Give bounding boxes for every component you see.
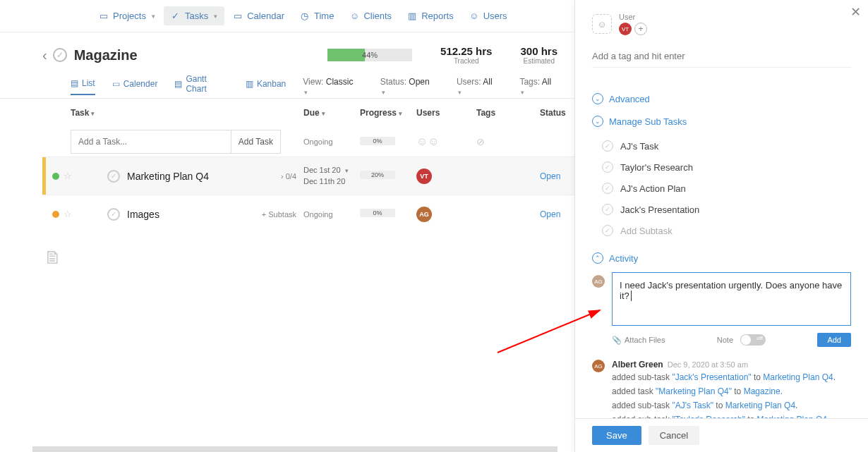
chevron-down-icon: ⌄ xyxy=(592,116,603,127)
clock-icon: ◷ xyxy=(300,11,310,21)
people-icon: ☺ xyxy=(349,11,359,21)
log-user: Albert Green xyxy=(612,360,663,369)
add-subtask-button[interactable]: ✓Add Subtask xyxy=(602,220,851,241)
note-toggle[interactable]: off xyxy=(740,334,766,346)
nav-calendar[interactable]: ▭ Calendar xyxy=(226,6,291,25)
subtasks-toggle[interactable]: ⌄ Manage Sub Tasks xyxy=(592,116,851,127)
users-placeholder-icon[interactable]: ☺☺ xyxy=(416,135,476,148)
filter-status[interactable]: Status: Open ▾ xyxy=(380,77,435,97)
nav-users-label: Users xyxy=(483,11,507,21)
stat-tracked: 512.25 hrs Tracked xyxy=(440,45,492,65)
subtask-count[interactable]: › 0/4 xyxy=(281,172,296,181)
check-icon[interactable]: ✓ xyxy=(602,204,613,215)
col-due[interactable]: Due▾ xyxy=(303,108,360,118)
gantt-icon: ▤ xyxy=(174,79,182,89)
log-line: added sub-task "Jack's Presentation" to … xyxy=(612,371,851,384)
add-comment-button[interactable]: Add xyxy=(817,333,851,347)
log-time: Dec 9, 2020 at 3:50 am xyxy=(668,360,748,369)
filter-tags[interactable]: Tags: All ▾ xyxy=(519,77,557,97)
task-users[interactable]: VT xyxy=(416,169,476,184)
col-tags: Tags xyxy=(476,108,540,118)
list-icon: ▤ xyxy=(71,78,78,88)
task-due[interactable]: Dec 1st 20 ▾ Dec 11th 20 xyxy=(303,165,360,187)
star-toggle[interactable]: ☆ xyxy=(64,209,72,219)
kanban-icon: ▥ xyxy=(246,79,253,89)
complete-toggle[interactable]: ✓ xyxy=(53,48,67,62)
nav-tasks[interactable]: ✓ Tasks ▾ xyxy=(164,6,224,25)
calendar-icon: ▭ xyxy=(112,79,120,89)
comment-controls: 📎Attach Files Note off Add xyxy=(592,333,851,347)
subtab-gantt-label: Gantt Chart xyxy=(186,74,229,94)
log-line: added sub-task "Taylor's Research" to Ma… xyxy=(612,413,851,418)
col-task[interactable]: Task▾ xyxy=(71,108,303,118)
nav-time[interactable]: ◷ Time xyxy=(293,6,341,25)
assignee-row: ☺ User VT + xyxy=(592,13,851,35)
activity-log-entry: AG Albert GreenDec 9, 2020 at 3:50 am ad… xyxy=(592,360,851,418)
nav-reports[interactable]: ▥ Reports xyxy=(400,6,461,25)
nav-time-label: Time xyxy=(314,11,334,21)
overall-progress-label: 44% xyxy=(362,51,378,59)
filter-users[interactable]: Users: All ▾ xyxy=(457,77,498,97)
comment-row: AG I need Jack's presentation urgently. … xyxy=(592,272,851,333)
back-button[interactable]: ‹ xyxy=(42,47,47,63)
star-toggle[interactable]: ☆ xyxy=(64,171,72,181)
user-icon: ☺ xyxy=(592,14,612,34)
attach-files-button[interactable]: 📎Attach Files xyxy=(612,336,665,345)
filter-view[interactable]: View: Classic ▾ xyxy=(303,77,358,97)
tag-placeholder-icon[interactable]: ⊘ xyxy=(476,136,540,147)
avatar: VT xyxy=(619,23,632,35)
nav-projects[interactable]: ▭ Projects ▾ xyxy=(92,6,162,25)
save-button[interactable]: Save xyxy=(592,426,641,445)
caret-down-icon: ▾ xyxy=(152,13,155,20)
subtab-kanban[interactable]: ▥ Kanban xyxy=(246,79,286,94)
close-button[interactable]: ✕ xyxy=(850,4,861,20)
overall-progress-bar: 44% xyxy=(327,49,412,61)
col-progress[interactable]: Progress▾ xyxy=(360,108,416,118)
add-user-button[interactable]: + xyxy=(634,23,647,35)
stat-estimated-label: Estimated xyxy=(520,57,557,65)
check-icon[interactable]: ✓ xyxy=(602,161,613,173)
caret-down-icon: ▾ xyxy=(458,89,462,96)
caret-down-icon: ▾ xyxy=(399,110,402,117)
comment-input[interactable]: I need Jack's presentation urgently. Doe… xyxy=(612,272,851,326)
complete-toggle[interactable]: ✓ xyxy=(107,170,120,183)
cancel-button[interactable]: Cancel xyxy=(649,426,699,445)
add-row-due: Ongoing xyxy=(303,138,360,146)
check-icon[interactable]: ✓ xyxy=(602,183,613,194)
task-due[interactable]: Ongoing xyxy=(303,210,360,219)
task-detail-panel: ✕ ☺ User VT + ⌄ Advanced ⌄ Manage Sub Ta… xyxy=(574,0,868,452)
subtask-item[interactable]: ✓AJ's Task xyxy=(602,135,851,157)
complete-toggle[interactable]: ✓ xyxy=(107,208,120,221)
avatar: AG xyxy=(592,275,605,288)
subtab-calendar[interactable]: ▭ Calender xyxy=(112,79,158,94)
subtask-item[interactable]: ✓Jack's Presentation xyxy=(602,199,851,220)
note-label: Note xyxy=(717,336,733,344)
stat-tracked-label: Tracked xyxy=(440,57,492,65)
nav-clients[interactable]: ☺ Clients xyxy=(342,6,399,25)
task-name: Marketing Plan Q4 xyxy=(127,171,209,182)
advanced-toggle[interactable]: ⌄ Advanced xyxy=(592,93,851,104)
check-icon[interactable]: ✓ xyxy=(602,140,613,152)
col-users: Users xyxy=(416,108,476,118)
tag-input[interactable] xyxy=(592,45,851,68)
subtab-list[interactable]: ▤ List xyxy=(71,78,95,95)
subtab-gantt[interactable]: ▤ Gantt Chart xyxy=(174,74,229,99)
caret-down-icon: ▾ xyxy=(91,110,95,117)
task-progress: 0% xyxy=(360,209,416,219)
caret-down-icon: ▾ xyxy=(322,110,325,117)
add-row-progress: 0% xyxy=(360,137,416,147)
scrollbar[interactable] xyxy=(32,446,557,452)
subtask-item[interactable]: ✓AJ's Action Plan xyxy=(602,178,851,199)
task-users[interactable]: AG xyxy=(416,207,476,222)
subtask-item[interactable]: ✓Taylor's Research xyxy=(602,157,851,178)
nav-reports-label: Reports xyxy=(421,11,454,21)
task-progress: 20% xyxy=(360,171,416,181)
add-subtask-button[interactable]: + Subtask xyxy=(262,210,296,219)
panel-footer: Save Cancel xyxy=(575,418,868,452)
activity-toggle[interactable]: ⌃ Activity xyxy=(592,252,851,264)
subtab-kanban-label: Kanban xyxy=(257,79,286,89)
add-task-button[interactable]: Add Task xyxy=(231,130,280,153)
task-name: Images xyxy=(127,209,159,220)
add-task-input[interactable] xyxy=(71,137,231,147)
nav-users[interactable]: ☺ Users xyxy=(462,6,514,25)
